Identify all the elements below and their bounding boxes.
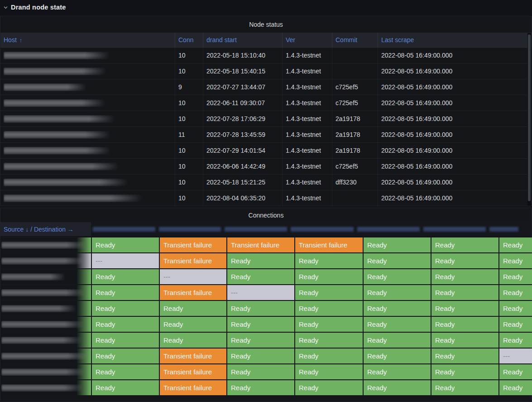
- connection-status-cell: Ready: [92, 333, 159, 348]
- redacted-host-text: [4, 131, 111, 139]
- table-row: 102022-06-06 14:42:491.4.3-testnetc725ef…: [0, 159, 532, 174]
- connection-status-cell: Transient failure: [160, 380, 226, 395]
- redacted-destination-label: [159, 227, 221, 232]
- conn-cell: 10: [175, 143, 203, 158]
- connection-status-cell: Ready: [431, 317, 498, 332]
- connection-status-cell: Ready: [227, 317, 294, 332]
- redacted-host-text: [4, 179, 129, 186]
- connection-status-cell: Transient failure: [160, 285, 226, 300]
- redacted-source-text: [1, 337, 83, 344]
- last-scrape-cell: 2022-08-05 16:49:00.000: [378, 79, 529, 95]
- connection-status-cell: ---: [92, 253, 159, 268]
- conn-cell: 10: [175, 95, 203, 111]
- source-cell: [0, 269, 91, 284]
- commit-cell: c725ef5: [332, 79, 378, 95]
- redacted-host-text: [4, 147, 112, 155]
- panel-title[interactable]: Node status: [0, 16, 532, 33]
- redacted-host-text: [4, 115, 116, 123]
- connection-status-cell: Transient failure: [160, 349, 226, 363]
- connection-status-cell: Ready: [227, 349, 294, 363]
- dashboard-row-toggle[interactable]: Drand node state: [0, 0, 532, 15]
- column-header-ver[interactable]: Ver: [283, 33, 332, 47]
- connection-status-cell: Ready: [364, 349, 431, 363]
- connection-status-cell: Ready: [295, 253, 363, 268]
- connection-status-cell: Ready: [431, 380, 498, 395]
- chevron-down-icon: [3, 5, 8, 10]
- ver-cell: 1.4.3-testnet: [283, 111, 332, 126]
- connection-status-cell: Transient failure: [160, 237, 226, 252]
- sort-ascending-icon: ↑: [19, 37, 23, 44]
- redacted-destination-label: [291, 227, 354, 232]
- column-header-source-destination[interactable]: Source ↓ / Destination →: [0, 222, 91, 236]
- ver-cell: 1.4.3-testnet: [283, 174, 332, 190]
- conn-cell: 10: [175, 159, 203, 174]
- redacted-source-text: [1, 368, 86, 376]
- scrollbar-thumb[interactable]: [528, 34, 531, 201]
- dashboard-row-title: Drand node state: [11, 4, 66, 11]
- table-row: 102022-05-18 15:21:251.4.3-testnetdff323…: [0, 174, 532, 190]
- connection-status-cell: Ready: [431, 301, 498, 316]
- connection-status-cell: Ready: [499, 253, 532, 268]
- connection-status-cell: Ready: [160, 301, 226, 316]
- drand-start-cell: 2022-08-04 06:35:20: [203, 190, 283, 206]
- connection-status-cell: Ready: [160, 333, 226, 348]
- source-cell: [0, 380, 91, 395]
- node-status-table-body: 102022-05-18 15:10:401.4.3-testnet2022-0…: [0, 48, 532, 206]
- drand-start-cell: 2022-05-18 15:21:25: [203, 174, 283, 190]
- last-scrape-cell: 2022-08-05 16:49:00.000: [378, 159, 529, 174]
- connection-status-cell: Ready: [364, 333, 431, 348]
- connection-status-cell: Ready: [295, 269, 363, 284]
- host-cell: [0, 79, 175, 95]
- redacted-destination-label: [357, 227, 420, 232]
- connection-status-cell: Ready: [92, 349, 159, 363]
- connection-status-cell: Ready: [431, 237, 498, 252]
- connection-status-cell: ---: [160, 269, 226, 284]
- connection-status-cell: Ready: [295, 380, 363, 395]
- source-cell: [0, 237, 91, 252]
- commit-cell: c725ef5: [332, 159, 378, 174]
- commit-cell: 2a19178: [332, 111, 378, 126]
- column-header-host[interactable]: Host ↑: [0, 33, 175, 47]
- panel-title[interactable]: Connections: [0, 208, 532, 222]
- connection-status-cell: Ready: [295, 285, 363, 300]
- ver-cell: 1.4.3-testnet: [283, 127, 332, 142]
- connection-status-cell: Ready: [431, 349, 498, 363]
- ver-cell: 1.4.3-testnet: [283, 95, 332, 111]
- connection-status-cell: Ready: [92, 237, 159, 252]
- connection-status-cell: Ready: [364, 269, 431, 284]
- column-header-commit[interactable]: Commit: [332, 33, 378, 47]
- connection-status-cell: Ready: [499, 237, 532, 252]
- conn-cell: 10: [175, 63, 203, 79]
- column-header-last-scrape[interactable]: Last scrape: [378, 33, 529, 47]
- connection-status-cell: Ready: [499, 380, 532, 395]
- host-cell: [0, 190, 175, 206]
- commit-cell: [332, 63, 378, 79]
- connections-matrix: ReadyTransient failureTransient failureT…: [0, 237, 532, 395]
- column-header-drand-start[interactable]: drand start: [203, 33, 283, 47]
- connection-status-cell: Ready: [227, 380, 294, 395]
- connection-status-cell: Ready: [160, 317, 226, 332]
- table-row: 102022-06-11 09:30:071.4.3-testnetc725ef…: [0, 95, 532, 111]
- connection-status-cell: Ready: [499, 269, 532, 284]
- commit-cell: c725ef5: [332, 95, 378, 111]
- table-row: 102022-07-28 17:06:291.4.3-testnet2a1917…: [0, 111, 532, 127]
- redacted-destination-label: [225, 227, 287, 232]
- connection-status-cell: Ready: [364, 317, 431, 332]
- connection-status-cell: Ready: [295, 333, 363, 348]
- connection-status-cell: Ready: [499, 364, 532, 379]
- redacted-host-text: [4, 163, 120, 170]
- commit-cell: 2a19178: [332, 127, 378, 142]
- redacted-destination-label: [489, 227, 518, 232]
- ver-cell: 1.4.3-testnet: [283, 190, 332, 206]
- commit-cell: [332, 190, 378, 206]
- table-row: 92022-07-27 13:44:071.4.3-testnetc725ef5…: [0, 79, 532, 95]
- host-cell: [0, 111, 175, 126]
- connection-status-cell: Ready: [92, 364, 159, 379]
- column-header-conn[interactable]: Conn: [175, 33, 203, 47]
- connection-status-cell: Transient failure: [160, 364, 226, 379]
- connection-status-cell: Ready: [364, 380, 431, 395]
- redacted-source-text: [1, 384, 84, 392]
- connection-status-cell: Ready: [92, 285, 159, 300]
- last-scrape-cell: 2022-08-05 16:49:00.000: [378, 143, 529, 158]
- conn-cell: 11: [175, 127, 203, 142]
